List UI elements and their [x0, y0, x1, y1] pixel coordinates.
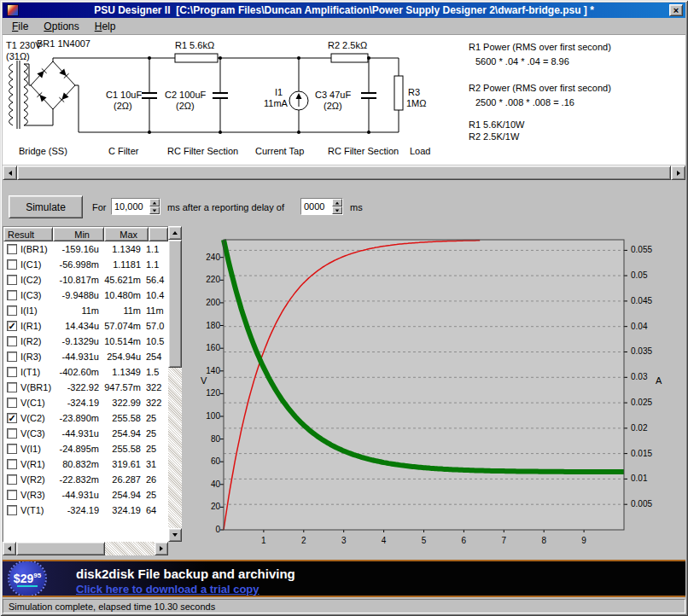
- col-header-extra[interactable]: [149, 227, 168, 241]
- row-checkbox[interactable]: [7, 244, 17, 254]
- table-row[interactable]: I(I1)11m11m11m: [3, 303, 168, 318]
- row-checkbox[interactable]: [7, 490, 17, 500]
- result-max: 254.94: [102, 428, 143, 439]
- table-row[interactable]: I(C1)-56.998m1.11811.1: [3, 257, 168, 272]
- col-header-min[interactable]: Min: [53, 227, 104, 241]
- table-row[interactable]: V(R3)-44.931u254.9425: [3, 487, 168, 503]
- row-checkbox[interactable]: [7, 259, 17, 270]
- result-name: I(R1): [20, 321, 53, 331]
- schematic-panel[interactable]: T1 230V (31Ω) BR1 1N4007 R1 5.6kΩ R2 2.5…: [3, 35, 685, 165]
- close-icon: ×: [673, 6, 679, 15]
- price-text: $2995: [14, 570, 41, 584]
- ad-banner[interactable]: $2995 disk2disk File backup and archivin…: [3, 560, 685, 597]
- row-checkbox[interactable]: [7, 305, 17, 316]
- col-header-max[interactable]: Max: [104, 227, 149, 241]
- row-checkbox[interactable]: [7, 505, 17, 515]
- c3-label: C3 47uF: [315, 90, 351, 100]
- resistor-r3[interactable]: [394, 58, 403, 132]
- bridge-rectifier-br1[interactable]: [31, 58, 79, 132]
- scroll-left-button[interactable]: [3, 166, 17, 180]
- right-axis-tick: 0.035: [631, 346, 652, 356]
- menu-file[interactable]: File: [4, 19, 36, 34]
- status-text: Simulation complete, elapsed time 10.30 …: [9, 601, 215, 612]
- x-axis-tick: 9: [575, 536, 592, 545]
- row-checkbox[interactable]: [7, 352, 17, 362]
- row-checkbox[interactable]: [7, 367, 17, 377]
- table-row[interactable]: V(R2)-22.832m26.28726: [3, 472, 168, 487]
- row-checkbox[interactable]: [7, 290, 17, 300]
- note-r1-power-title: R1 Power (RMS over first second): [469, 42, 611, 52]
- scroll-up-button[interactable]: [168, 226, 182, 240]
- table-row[interactable]: I(T1)-402.60m1.13491.5: [3, 364, 168, 380]
- table-row[interactable]: I(C2)-10.817m45.621m56.4: [3, 272, 168, 288]
- row-checkbox[interactable]: [7, 336, 17, 346]
- result-name: V(C3): [20, 428, 53, 439]
- result-name: V(T1): [20, 505, 53, 515]
- simulate-button[interactable]: Simulate: [9, 195, 83, 218]
- sim-duration-input[interactable]: [112, 199, 149, 214]
- capacitor-c1[interactable]: [142, 58, 157, 132]
- row-checkbox[interactable]: [7, 382, 17, 392]
- scroll-right-button[interactable]: [671, 166, 685, 180]
- table-row[interactable]: V(C3)-44.931u254.9425: [3, 426, 168, 441]
- delay-input[interactable]: [301, 199, 332, 214]
- x-axis-tick: 7: [495, 536, 512, 545]
- table-row[interactable]: V(R1)80.832m319.6131: [3, 456, 168, 472]
- table-row[interactable]: I(R2)-9.1329u10.514m10.5: [3, 334, 168, 349]
- col-header-result[interactable]: Result: [3, 227, 53, 241]
- duration-down-button[interactable]: [149, 206, 160, 214]
- results-hscroll-thumb[interactable]: [16, 542, 105, 555]
- results-vscrollbar[interactable]: [168, 226, 182, 542]
- row-checkbox[interactable]: [7, 275, 17, 285]
- row-checkbox[interactable]: [7, 459, 17, 469]
- scroll-right-button[interactable]: [155, 542, 168, 555]
- transformer-t1[interactable]: [9, 61, 54, 129]
- menu-options[interactable]: Options: [36, 19, 86, 34]
- menu-help[interactable]: Help: [87, 19, 124, 34]
- banner-download-link[interactable]: Click here to download a trial copy: [76, 583, 259, 596]
- table-row[interactable]: V(BR1)-322.92947.57m322: [3, 380, 168, 395]
- current-source-i1[interactable]: [289, 58, 308, 132]
- row-checkbox[interactable]: [7, 474, 17, 485]
- delay-up-button[interactable]: [332, 199, 342, 206]
- result-min: -24.895m: [53, 444, 102, 454]
- table-row[interactable]: ✓V(C2)-23.890m255.5825: [3, 410, 168, 426]
- row-checkbox[interactable]: ✓: [7, 321, 17, 331]
- table-row[interactable]: V(T1)-324.19324.1964: [3, 503, 168, 518]
- duration-up-button[interactable]: [149, 199, 160, 206]
- c3-esr-label: (2Ω): [324, 101, 342, 111]
- table-row[interactable]: I(R3)-44.931u254.94u254: [3, 349, 168, 364]
- table-row[interactable]: I(BR1)-159.16u1.13491.1: [3, 241, 168, 257]
- row-checkbox[interactable]: [7, 398, 17, 408]
- schematic-scroll-thumb[interactable]: [17, 166, 671, 180]
- resistor-r2[interactable]: [331, 54, 368, 62]
- capacitor-c3[interactable]: [361, 58, 376, 132]
- scroll-down-button[interactable]: [168, 528, 182, 542]
- table-row[interactable]: V(I1)-24.895m255.5825: [3, 441, 168, 456]
- resistor-r1[interactable]: [175, 54, 218, 62]
- reporting-delay-label: ms after a reporting delay of: [167, 202, 284, 212]
- row-checkbox[interactable]: [7, 428, 17, 439]
- table-row[interactable]: V(C1)-324.19322.99322: [3, 395, 168, 410]
- title-bar[interactable]: PSU Designer II [C:\Program Files\Duncan…: [3, 3, 685, 18]
- left-axis-tick: 140: [187, 366, 220, 375]
- scroll-left-button[interactable]: [3, 542, 16, 555]
- right-axis-tick: 0.02: [631, 423, 647, 433]
- result-name: I(R3): [20, 352, 53, 362]
- x-axis-tick: 8: [535, 536, 552, 545]
- right-arrow-icon: [677, 171, 680, 176]
- delay-down-button[interactable]: [332, 206, 342, 214]
- row-checkbox[interactable]: [7, 444, 17, 454]
- result-name: I(I1): [20, 305, 53, 316]
- table-row[interactable]: I(C3)-9.9488u10.480m10.4: [3, 288, 168, 303]
- badge-decoration: [17, 585, 38, 587]
- schematic-hscrollbar[interactable]: [3, 166, 685, 180]
- table-row[interactable]: ✓I(R1)14.434u57.074m57.0: [3, 318, 168, 334]
- results-vscroll-thumb[interactable]: [168, 240, 182, 368]
- results-hscrollbar[interactable]: [3, 542, 168, 555]
- result-extra: 322: [143, 382, 168, 392]
- row-checkbox[interactable]: ✓: [7, 413, 17, 423]
- capacitor-c2[interactable]: [213, 58, 228, 132]
- close-button[interactable]: ×: [669, 4, 683, 16]
- bridge-diodes: [37, 68, 68, 102]
